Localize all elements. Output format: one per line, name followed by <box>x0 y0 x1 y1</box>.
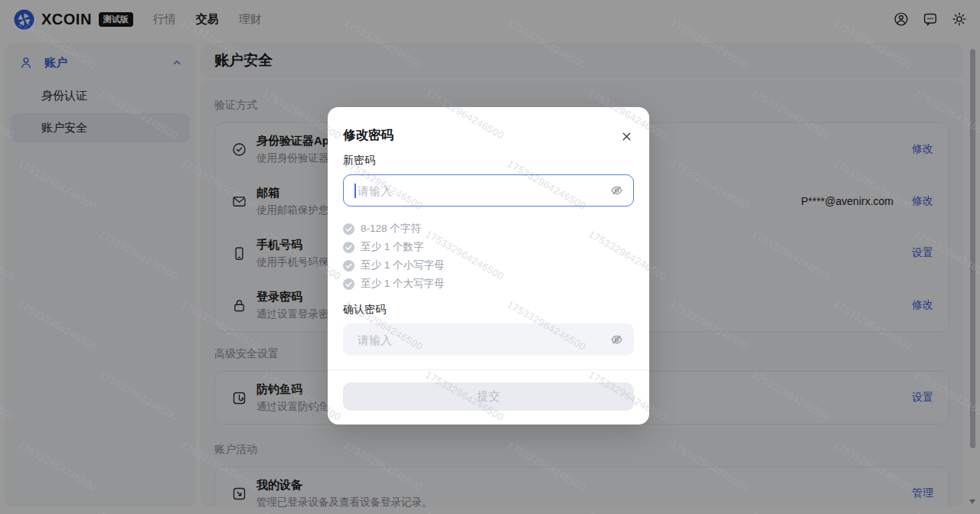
confirm-password-field-box <box>343 324 634 356</box>
confirm-password-input[interactable] <box>356 333 603 347</box>
text-cursor <box>354 184 356 198</box>
check-circle-icon <box>343 260 354 272</box>
change-password-modal: 修改密码 新密码 8-128 个字符 <box>328 107 649 425</box>
eye-off-icon[interactable] <box>610 184 623 197</box>
rule-digit: 至少 1 个数字 <box>343 238 634 256</box>
password-rules: 8-128 个字符 至少 1 个数字 至少 1 个小写字母 至少 1 个大写字母 <box>343 220 634 293</box>
eye-off-icon[interactable] <box>610 333 623 346</box>
submit-button[interactable]: 提交 <box>343 382 634 411</box>
close-icon[interactable] <box>619 129 633 143</box>
rule-length: 8-128 个字符 <box>343 220 634 238</box>
rule-uppercase: 至少 1 个大写字母 <box>343 275 634 293</box>
new-password-input[interactable] <box>356 184 603 198</box>
check-circle-icon <box>343 278 354 290</box>
new-password-label: 新密码 <box>343 154 634 168</box>
modal-title: 修改密码 <box>343 128 394 142</box>
check-circle-icon <box>343 242 354 253</box>
new-password-field-box <box>343 174 634 207</box>
rule-lowercase: 至少 1 个小写字母 <box>343 256 634 275</box>
check-circle-icon <box>343 223 354 235</box>
confirm-password-label: 确认密码 <box>343 303 634 317</box>
